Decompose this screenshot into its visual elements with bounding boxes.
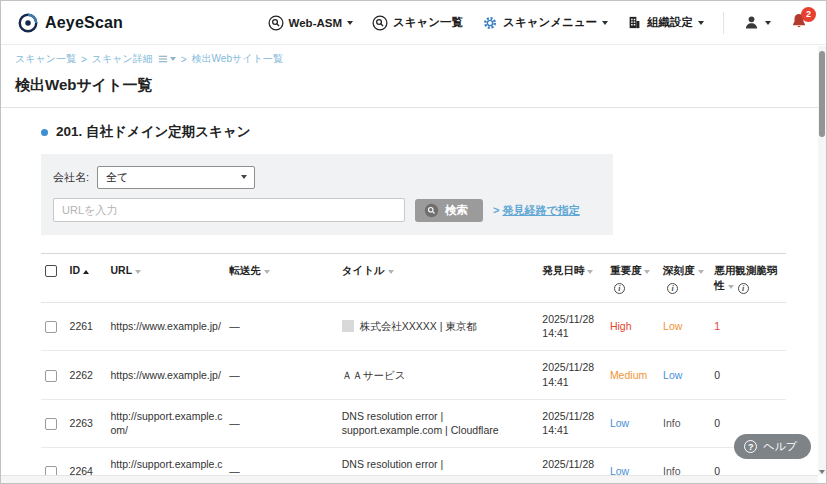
sort-desc-icon — [388, 270, 394, 274]
bullet-icon — [41, 129, 48, 136]
row-checkbox[interactable] — [45, 321, 57, 333]
info-icon[interactable] — [614, 283, 625, 294]
search-icon — [424, 203, 439, 218]
nav-scan-list[interactable]: スキャン一覧 — [372, 15, 463, 31]
nav-web-asm[interactable]: Web-ASM — [268, 15, 353, 31]
table-row: 2261 https://www.example.jp/ — 株式会社XXXXX… — [41, 302, 786, 350]
cell-title: ＡＡサービス — [340, 351, 541, 399]
cell-importance: Low — [608, 399, 661, 447]
select-all-checkbox[interactable] — [45, 265, 57, 277]
notification-badge: 2 — [801, 7, 816, 22]
company-select[interactable]: 全て — [97, 166, 255, 189]
vertical-scrollbar[interactable] — [818, 46, 826, 475]
company-label: 会社名: — [53, 170, 89, 185]
breadcrumb-scan-detail[interactable]: スキャン詳細 — [92, 52, 153, 66]
cell-exploited: 1 — [712, 302, 786, 350]
nav-scan-menu[interactable]: スキャンメニュー — [482, 15, 608, 31]
scan-name: 201. 自社ドメイン定期スキャン — [56, 123, 251, 141]
sort-desc-icon — [264, 270, 270, 274]
search-circle-icon — [268, 15, 284, 31]
app-window: AeyeScan Web-ASM スキャン一覧 — [0, 0, 827, 484]
cell-id: 2261 — [68, 302, 109, 350]
col-header-exploited[interactable]: 悪用観測脆弱性 — [712, 254, 786, 303]
info-icon[interactable] — [667, 283, 678, 294]
scrollbar-thumb[interactable] — [819, 51, 825, 137]
chevron-down-icon — [170, 57, 176, 61]
cell-id: 2263 — [68, 399, 109, 447]
cell-url[interactable]: http://support.example.com/ — [109, 399, 228, 447]
cell-redirect: — — [227, 302, 340, 350]
row-checkbox[interactable] — [45, 370, 57, 382]
building-icon — [627, 15, 642, 30]
col-header-importance[interactable]: 重要度 — [608, 254, 661, 303]
col-header-id[interactable]: ID — [68, 254, 109, 303]
sort-desc-icon — [644, 270, 650, 274]
cell-importance: Medium — [608, 351, 661, 399]
sort-desc-icon — [135, 270, 141, 274]
top-nav-menu: Web-ASM スキャン一覧 スキャンメニュー — [268, 12, 808, 34]
cell-title: DNS resolution error | support.example.c… — [340, 399, 541, 447]
cell-exploited: 0 — [712, 351, 786, 399]
discovery-route-link[interactable]: > 発見経路で指定 — [493, 203, 580, 218]
col-header-url[interactable]: URL — [109, 254, 228, 303]
aeyescan-logo-icon — [17, 12, 39, 34]
breadcrumb: スキャン一覧 > スキャン詳細 > 検出Webサイト一覧 — [1, 45, 826, 70]
filter-panel: 会社名: 全て 検索 > 発見経路で指定 — [41, 154, 613, 235]
scan-detail-dropdown[interactable] — [158, 54, 176, 64]
question-mark-icon — [744, 440, 757, 453]
cell-found-at: 2025/11/28 14:41 — [540, 302, 608, 350]
chevron-down-icon — [241, 175, 247, 179]
top-navigation-bar: AeyeScan Web-ASM スキャン一覧 — [1, 1, 826, 45]
chevron-down-icon — [602, 21, 608, 25]
nav-divider — [723, 12, 724, 34]
cell-title: 株式会社XXXXX | 東京都 — [340, 302, 541, 350]
cell-found-at: 2025/11/28 14:41 — [540, 399, 608, 447]
breadcrumb-current-page: 検出Webサイト一覧 — [192, 52, 283, 66]
sort-desc-icon — [728, 285, 734, 289]
breadcrumb-separator: > — [181, 54, 187, 65]
table-header-row: ID URL 転送先 タイトル 発見日時 重要度 — [41, 254, 786, 303]
favicon-placeholder — [342, 320, 354, 332]
scroll-down-arrow-icon[interactable] — [818, 470, 826, 474]
info-icon[interactable] — [738, 283, 749, 294]
nav-scan-menu-label: スキャンメニュー — [503, 15, 597, 30]
col-header-severity[interactable]: 深刻度 — [661, 254, 712, 303]
cell-severity: Low — [661, 302, 712, 350]
gear-icon — [482, 15, 498, 31]
chevron-down-icon — [347, 21, 353, 25]
user-icon — [743, 14, 760, 31]
col-header-found-at[interactable]: 発見日時 — [540, 254, 608, 303]
brand[interactable]: AeyeScan — [17, 12, 123, 34]
cell-severity: Info — [661, 399, 712, 447]
search-circle-icon — [372, 15, 388, 31]
cell-redirect: — — [227, 351, 340, 399]
sort-desc-icon — [587, 270, 593, 274]
nav-web-asm-label: Web-ASM — [289, 17, 342, 29]
breadcrumb-scan-list[interactable]: スキャン一覧 — [15, 52, 76, 66]
brand-name: AeyeScan — [45, 14, 123, 32]
cell-found-at: 2025/11/28 14:41 — [540, 351, 608, 399]
cell-url[interactable]: https://www.example.jp/ — [109, 351, 228, 399]
search-button-label: 検索 — [445, 203, 468, 218]
col-header-redirect[interactable]: 転送先 — [227, 254, 340, 303]
horizontal-scrollbar[interactable] — [1, 475, 818, 483]
cell-url[interactable]: https://www.example.jp/ — [109, 302, 228, 350]
url-input[interactable] — [53, 198, 405, 222]
row-checkbox[interactable] — [45, 418, 57, 430]
col-header-title[interactable]: タイトル — [340, 254, 541, 303]
company-select-value: 全て — [106, 171, 128, 183]
cell-redirect: — — [227, 399, 340, 447]
cell-id: 2262 — [68, 351, 109, 399]
results-table: ID URL 転送先 タイトル 発見日時 重要度 — [41, 253, 786, 484]
search-button[interactable]: 検索 — [415, 199, 483, 222]
nav-org-settings-label: 組織設定 — [647, 15, 693, 30]
breadcrumb-separator: > — [81, 54, 87, 65]
cell-severity: Low — [661, 351, 712, 399]
page-title: 検出Webサイト一覧 — [1, 70, 826, 108]
notifications-button[interactable]: 2 — [790, 12, 808, 34]
help-button[interactable]: ヘルプ — [734, 434, 811, 459]
nav-org-settings[interactable]: 組織設定 — [627, 15, 704, 30]
sort-asc-icon — [83, 270, 89, 274]
help-button-label: ヘルプ — [763, 439, 797, 454]
user-menu[interactable] — [743, 14, 771, 31]
